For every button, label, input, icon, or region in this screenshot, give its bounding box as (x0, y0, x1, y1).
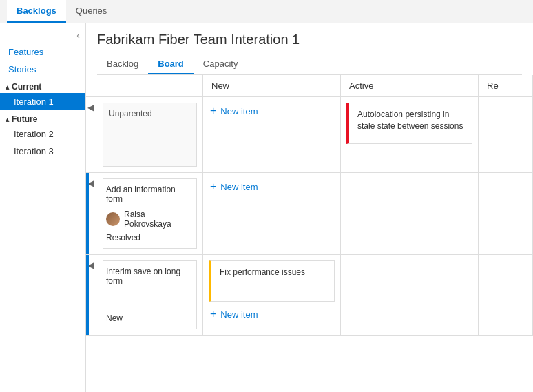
board-rows: ◀ Unparented + New item (86, 97, 533, 392)
assignee-name: Raisa Pokrovskaya (124, 209, 194, 229)
row-card-interim-title: Interim save on long form (106, 267, 194, 286)
board-cell-unparented-resolved (479, 97, 533, 172)
unparented-label-card: Unparented (103, 103, 197, 167)
row-status-interim: New (106, 313, 194, 323)
row-label-interim: ◀ Interim save on long form New (86, 255, 203, 335)
col-header-new: New (203, 75, 341, 96)
tab-board[interactable]: Board (148, 54, 194, 74)
new-item-button-interim-new[interactable]: + New item (209, 306, 335, 322)
future-triangle-icon: ▴ (6, 116, 9, 123)
sidebar-collapse-button[interactable]: ‹ (0, 27, 85, 43)
board: New Active Re ◀ Unparented (86, 75, 533, 392)
row-card-infoform-title: Add an information form (106, 185, 194, 204)
tab-capacity[interactable]: Capacity (194, 54, 248, 74)
board-cell-interim-new: Fix performance issues + New item (203, 255, 341, 335)
sidebar-item-features[interactable]: Features (0, 43, 85, 61)
content-header: Fabrikam Fiber Team Interation 1 Backlog… (86, 23, 533, 75)
content-tab-bar: Backlog Board Capacity (97, 54, 522, 75)
sidebar-section-current: ▴ Current (0, 78, 85, 93)
plus-icon-2: + (210, 181, 216, 192)
new-item-button-infoform-new[interactable]: + New item (209, 178, 335, 195)
tab-backlogs[interactable]: Backlogs (7, 0, 66, 23)
tab-backlog[interactable]: Backlog (97, 54, 148, 74)
sidebar-item-iteration1[interactable]: Iteration 1 (0, 93, 85, 110)
board-cell-infoform-new: + New item (203, 173, 341, 254)
sidebar-section-future: ▴ Future (0, 110, 85, 125)
board-cell-interim-active (341, 255, 479, 335)
work-card-autolocation[interactable]: Autolocation persisting in stale state b… (346, 103, 472, 144)
sidebar-item-stories[interactable]: Stories (0, 61, 85, 78)
col-header-row (86, 75, 203, 96)
sidebar: ‹ Features Stories ▴ Current Iteration 1… (0, 23, 86, 392)
row-chevron-icon[interactable]: ◀ (87, 103, 94, 112)
row-label-infoform: ◀ Add an information form Raisa Pokrovsk… (86, 173, 203, 254)
new-item-button-unparented-new[interactable]: + New item (209, 103, 335, 119)
assignee-row: Raisa Pokrovskaya (106, 209, 194, 229)
plus-icon-3: + (210, 309, 216, 320)
current-triangle-icon: ▴ (6, 83, 9, 91)
board-cell-unparented-active: Autolocation persisting in stale state b… (341, 97, 479, 172)
board-column-headers: New Active Re (86, 75, 533, 97)
top-tab-bar: Backlogs Queries (0, 0, 533, 23)
tab-queries[interactable]: Queries (66, 0, 117, 23)
sidebar-item-iteration3[interactable]: Iteration 3 (0, 143, 85, 160)
plus-icon: + (210, 105, 216, 116)
board-cell-unparented-new: + New item (203, 97, 341, 172)
board-cell-interim-resolved (479, 255, 533, 335)
row-status-infoform: Resolved (106, 233, 194, 243)
col-header-resolved: Re (479, 75, 533, 96)
board-row-unparented: ◀ Unparented + New item (86, 97, 533, 173)
main-content: Fabrikam Fiber Team Interation 1 Backlog… (86, 23, 533, 392)
board-row-infoform: ◀ Add an information form Raisa Pokrovsk… (86, 173, 533, 255)
board-row-interim: ◀ Interim save on long form New Fix (86, 255, 533, 336)
board-cell-infoform-active (341, 173, 479, 254)
row-label-unparented: ◀ Unparented (86, 97, 203, 172)
page-title: Fabrikam Fiber Team Interation 1 (97, 32, 522, 48)
col-header-active: Active (341, 75, 479, 96)
work-card-performance[interactable]: Fix performance issues (209, 260, 335, 302)
avatar-raisa (106, 212, 120, 226)
board-cell-infoform-resolved (479, 173, 533, 254)
sidebar-item-iteration2[interactable]: Iteration 2 (0, 125, 85, 143)
